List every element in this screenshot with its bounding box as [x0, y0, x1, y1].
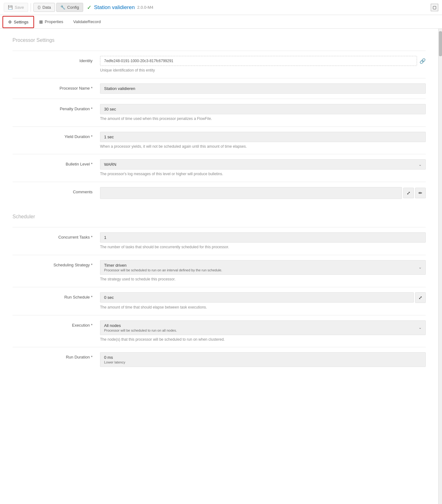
save-icon: 💾 [8, 5, 13, 10]
scrollbar-thumb[interactable] [439, 31, 442, 56]
processor-name-label: Processor Name * [13, 83, 100, 91]
link-icon[interactable]: 🔗 [419, 58, 426, 64]
comments-field: ⤢ ✏ [100, 187, 426, 199]
processor-name-required: * [91, 86, 93, 91]
identity-input[interactable]: 7edfe248-0191-1000-20c3-817fc6799291 [100, 56, 417, 66]
identity-value: 7edfe248-0191-1000-20c3-817fc6799291 [104, 59, 173, 63]
run-schedule-hint: The amount of time that should elapse be… [100, 305, 426, 310]
scheduling-strategy-hint: The strategy used to schedule this proce… [100, 277, 426, 282]
config-icon: 🔧 [60, 5, 65, 10]
concurrent-tasks-field: 1 The number of tasks that should be con… [100, 232, 426, 250]
window-maximize-button[interactable]: ▢ [431, 4, 438, 11]
penalty-duration-hint: The amount of time used when this proces… [100, 116, 426, 121]
concurrent-tasks-row: Concurrent Tasks * 1 The number of tasks… [13, 227, 426, 255]
title-area: ✓ Station validieren 2.0.0-M4 [87, 4, 153, 11]
execution-value: All nodes [104, 323, 121, 328]
run-schedule-expand-icon[interactable]: ⤢ [415, 292, 426, 303]
yield-duration-hint: When a processor yields, it will not be … [100, 144, 426, 149]
concurrent-tasks-hint: The number of tasks that should be concu… [100, 245, 426, 250]
save-label: Save [15, 5, 24, 10]
scheduling-strategy-field: Timer driven Processor will be scheduled… [100, 260, 426, 282]
content-area: Processor Settings Identity 7edfe248-019… [0, 29, 438, 504]
identity-label: Identity [13, 56, 100, 63]
comments-field-wrapper: ⤢ ✏ [100, 187, 426, 199]
run-schedule-label: Run Schedule * [13, 292, 100, 299]
tab-settings[interactable]: ⚙ Settings [3, 16, 34, 28]
run-duration-sub: Lower latency [104, 360, 125, 364]
scheduling-strategy-label: Scheduling Strategy * [13, 260, 100, 267]
penalty-duration-field: 30 sec The amount of time used when this… [100, 104, 426, 121]
scheduling-strategy-chevron-icon: ⌄ [419, 265, 422, 269]
yield-duration-label: Yield Duration * [13, 132, 100, 139]
bulletin-level-row: Bulletin Level * WARN ⌄ The processor's … [13, 154, 426, 182]
run-duration-content: 0 ms Lower latency [104, 355, 125, 364]
expand-icon[interactable]: ⤢ [403, 188, 414, 198]
processor-name-input[interactable]: Station validieren [100, 83, 426, 94]
scheduling-strategy-sub: Processor will be scheduled to run on an… [104, 268, 222, 272]
tab-bar: ⚙ Settings ▦ Properties ValidateRecord [0, 15, 442, 29]
data-icon: ⟨⟩ [38, 5, 41, 10]
concurrent-tasks-input[interactable]: 1 [100, 232, 426, 243]
scheduling-strategy-value: Timer driven [104, 263, 127, 268]
scrollbar-track[interactable] [438, 29, 442, 504]
run-schedule-field: 0 sec ⤢ The amount of time that should e… [100, 292, 426, 310]
identity-hint: Unique identification of this entity [100, 68, 426, 73]
penalty-duration-input[interactable]: 30 sec [100, 104, 426, 114]
comments-input[interactable] [100, 187, 402, 199]
run-schedule-input[interactable]: 0 sec [100, 292, 414, 303]
execution-select[interactable]: All nodes Processor will be scheduled to… [100, 320, 426, 335]
execution-sub: Processor will be scheduled to run on al… [104, 329, 177, 332]
run-duration-row: Run Duration * 0 ms Lower latency [13, 347, 426, 372]
data-label: Data [43, 5, 51, 10]
config-button[interactable]: 🔧 Config [56, 3, 83, 12]
bulletin-level-select[interactable]: WARN ⌄ [100, 159, 426, 170]
window-controls: ▢ [431, 4, 438, 11]
yield-duration-row: Yield Duration * 1 sec When a processor … [13, 126, 426, 154]
breadcrumb: ValidateRecord [68, 19, 106, 24]
yield-duration-field: 1 sec When a processor yields, it will n… [100, 132, 426, 149]
toolbar-divider-1 [31, 3, 31, 12]
page-title: Station validieren [94, 4, 135, 11]
processor-name-field: Station validieren [100, 83, 426, 94]
identity-field-wrapper: 7edfe248-0191-1000-20c3-817fc6799291 🔗 [100, 56, 426, 66]
scheduling-strategy-content: Timer driven Processor will be scheduled… [104, 263, 222, 272]
execution-chevron-icon: ⌄ [419, 325, 422, 330]
run-duration-label: Run Duration * [13, 352, 100, 359]
run-duration-select[interactable]: 0 ms Lower latency [100, 352, 426, 367]
properties-icon: ▦ [39, 19, 43, 24]
data-button[interactable]: ⟨⟩ Data [33, 3, 55, 12]
toolbar: 💾 Save ⟨⟩ Data 🔧 Config ✓ Station validi… [0, 0, 442, 15]
save-button[interactable]: 💾 Save [4, 3, 28, 12]
execution-row: Execution * All nodes Processor will be … [13, 315, 426, 347]
tab-settings-label: Settings [14, 20, 28, 24]
run-schedule-field-wrapper: 0 sec ⤢ [100, 292, 426, 303]
config-label: Config [67, 5, 79, 10]
concurrent-tasks-value: 1 [104, 235, 106, 240]
processor-name-row: Processor Name * Station validieren [13, 78, 426, 99]
tab-properties-label: Properties [45, 19, 63, 24]
run-duration-value: 0 ms [104, 355, 113, 360]
identity-field: 7edfe248-0191-1000-20c3-817fc6799291 🔗 U… [100, 56, 426, 73]
execution-content: All nodes Processor will be scheduled to… [104, 323, 177, 332]
processor-name-value: Station validieren [104, 86, 135, 91]
concurrent-tasks-label: Concurrent Tasks * [13, 232, 100, 240]
yield-duration-value: 1 sec [104, 135, 114, 139]
version-badge: 2.0.0-M4 [137, 5, 153, 10]
bulletin-level-field: WARN ⌄ The processor's log messages of t… [100, 159, 426, 177]
tab-properties[interactable]: ▦ Properties [34, 16, 68, 28]
edit-icon[interactable]: ✏ [415, 188, 426, 198]
scheduling-strategy-row: Scheduling Strategy * Timer driven Proce… [13, 255, 426, 287]
scheduler-header: Scheduler [13, 214, 426, 220]
processor-settings-header: Processor Settings [13, 37, 426, 43]
run-schedule-row: Run Schedule * 0 sec ⤢ The amount of tim… [13, 287, 426, 315]
execution-hint: The node(s) that this processor will be … [100, 337, 426, 342]
run-duration-field: 0 ms Lower latency [100, 352, 426, 367]
scheduling-strategy-select[interactable]: Timer driven Processor will be scheduled… [100, 260, 426, 275]
yield-duration-input[interactable]: 1 sec [100, 132, 426, 142]
settings-icon: ⚙ [8, 20, 12, 24]
execution-label: Execution * [13, 320, 100, 328]
run-schedule-value: 0 sec [104, 295, 114, 300]
breadcrumb-text: ValidateRecord [73, 19, 101, 24]
execution-field: All nodes Processor will be scheduled to… [100, 320, 426, 342]
bulletin-level-label: Bulletin Level * [13, 159, 100, 166]
